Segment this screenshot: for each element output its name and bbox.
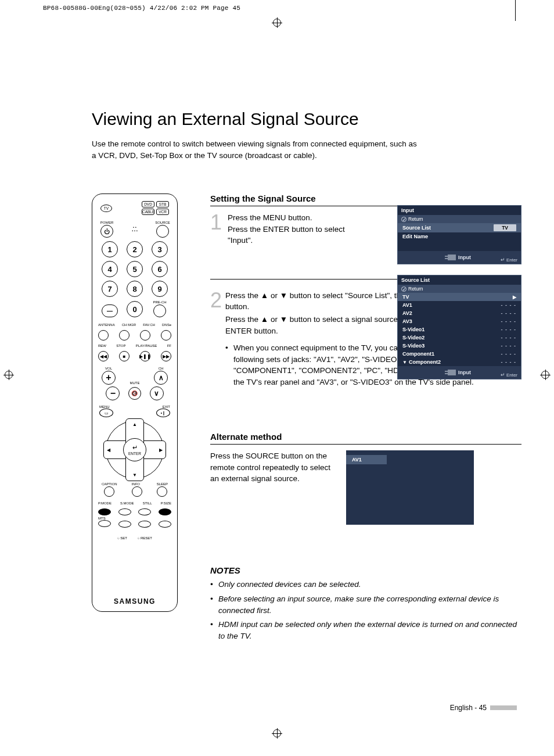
num-3: 3 — [152, 241, 168, 257]
osd2-row: S-Video2- - - - — [398, 334, 521, 342]
osd2-row: S-Video1- - - - — [398, 325, 521, 334]
osd2-row: AV2- - - - — [398, 309, 521, 317]
footer-text: English - 45 — [450, 704, 487, 712]
osd1-title: Input — [398, 206, 521, 215]
source-label: SOURCE — [154, 221, 171, 224]
alt-osd-label: AV1 — [346, 455, 387, 464]
registration-mark — [272, 728, 282, 739]
sleep-label: SLEEP — [157, 482, 168, 486]
antenna-btn — [98, 330, 109, 341]
source-button — [156, 225, 169, 238]
osd2-row: S-Video3- - - - — [398, 342, 521, 350]
osd2-row: TV▶ — [398, 293, 521, 301]
crop-guide — [515, 0, 516, 21]
still-btn — [138, 508, 151, 515]
osd-input-menu: Input Return Source ListTV Edit Name Inp… — [397, 205, 521, 264]
prech-label: PRE-CH — [152, 300, 168, 304]
plug-icon — [448, 370, 456, 375]
mute-label: MUTE — [130, 381, 140, 385]
osd1-footer: Input Enter — [398, 251, 521, 264]
caption-btn — [104, 486, 114, 497]
osd2-title: Source List — [398, 275, 521, 285]
favch-btn — [140, 330, 150, 341]
osd2-row: AV1- - - - — [398, 301, 521, 309]
note-3: HDMI input can be selected only when the… — [218, 619, 521, 643]
blank-btn3 — [159, 521, 171, 528]
intro-text: Use the remote control to switch between… — [92, 138, 417, 161]
osd-source-list: Source List Return TV▶AV1- - - -AV2- - -… — [397, 275, 521, 379]
play-btn: ▶❚❚ — [140, 351, 150, 361]
remote-illustration: TV DVD STB CABLE VCR POWER — [92, 194, 178, 612]
osd1-row-sourcelist: Source ListTV — [398, 223, 521, 232]
osd2-enter: Enter — [501, 372, 517, 378]
step1-line1: Press the MENU button. — [228, 212, 361, 224]
note-1: Only connected devices can be selected. — [218, 579, 521, 590]
rew-btn: ◀◀ — [98, 351, 109, 361]
caption-label: CAPTION — [102, 482, 117, 486]
num-2: 2 — [127, 241, 143, 257]
dash-button: — — [102, 304, 118, 317]
lbl-chmgr: CH MGR — [122, 323, 136, 327]
alt-text: Press the SOURCE button on the remote co… — [210, 450, 332, 525]
exit-button: •❙ — [156, 409, 170, 417]
registration-mark — [540, 370, 551, 380]
pmode-btn — [98, 508, 111, 515]
remote-mode-stb: STB — [156, 201, 169, 207]
osd2-row: ▼Component2- - - - — [398, 358, 521, 366]
psize-label: P.SIZE — [161, 501, 171, 505]
vol-up: + — [102, 371, 116, 385]
plug-icon — [448, 255, 456, 260]
section1-title: Setting the Signal Source — [210, 194, 521, 206]
lbl-ff: FF — [167, 344, 171, 347]
vol-label: VOL — [102, 367, 116, 370]
footer-bar — [490, 705, 517, 710]
still-label: STILL — [143, 501, 152, 505]
page-title: Viewing an External Signal Source — [92, 109, 521, 129]
power-label: POWER — [98, 221, 116, 224]
remote-mode-vcr: VCR — [156, 209, 169, 215]
step1-line2: Press the ENTER button to select "Input"… — [228, 224, 361, 246]
pmode-label: P.MODE — [98, 501, 111, 505]
enter-label: ENTER — [128, 452, 141, 456]
osd2-row: AV3- - - - — [398, 317, 521, 325]
prech-button — [153, 304, 166, 317]
num-8: 8 — [127, 281, 143, 297]
exit-label: EXIT — [156, 405, 170, 409]
num-1: 1 — [102, 241, 118, 257]
remote-tv-oval: TV — [100, 205, 112, 212]
set-label: ○ SET — [117, 536, 127, 540]
osd1-row-editname: Edit Name — [398, 232, 521, 241]
remote-mode-cable: CABLE — [142, 209, 154, 215]
num-4: 4 — [102, 261, 118, 277]
registration-mark — [3, 370, 14, 380]
osd2-return: Return — [398, 285, 521, 293]
num-6: 6 — [152, 261, 168, 277]
info-btn — [132, 486, 142, 497]
brand-logo: SAMSUNG — [92, 597, 177, 605]
info-label: INFO — [132, 482, 142, 486]
registration-mark — [272, 17, 282, 28]
osd2-row: Component1- - - - — [398, 350, 521, 358]
ch-down: ∨ — [150, 386, 164, 400]
ch-up: ∧ — [154, 371, 168, 385]
enter-icon: ↵ — [132, 444, 138, 452]
osd2-footer: Input Enter — [398, 366, 521, 379]
ch-label: CH — [154, 367, 168, 370]
alt-title: Alternate method — [210, 432, 521, 445]
smode-btn — [118, 508, 131, 515]
osd1-return: Return — [398, 215, 521, 223]
ff-btn: ▶▶ — [161, 351, 171, 361]
mts-btn — [98, 520, 111, 527]
enter-button: ↵ ENTER — [123, 438, 146, 461]
sleep-btn — [157, 486, 167, 497]
num-5: 5 — [127, 261, 143, 277]
notes-title: NOTES — [210, 565, 521, 575]
blank-btn1 — [118, 521, 131, 528]
step2-number: 2 — [210, 290, 222, 388]
vol-down: − — [106, 386, 120, 400]
step1-number: 1 — [210, 212, 224, 246]
dnse-btn — [161, 330, 171, 341]
reset-label: ○ RESET — [138, 536, 152, 540]
lbl-favch: FAV.CH — [143, 323, 155, 327]
alt-osd: AV1 — [346, 450, 474, 525]
